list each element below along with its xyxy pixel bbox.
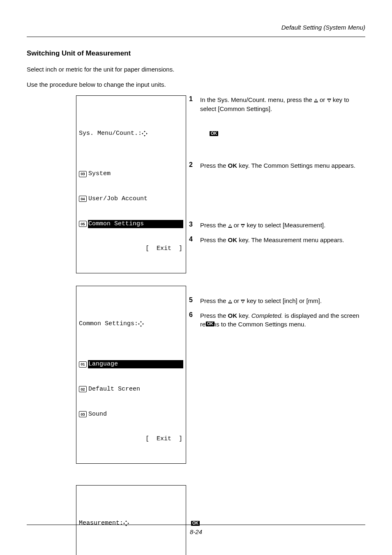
- intro-paragraph-2: Use the procedure below to change the in…: [27, 80, 365, 89]
- nav-arrows-icon: [142, 114, 208, 153]
- row-text: Common Settings: [88, 220, 144, 228]
- row-text: Default Screen: [88, 385, 140, 393]
- nav-arrows-icon: [123, 504, 190, 543]
- lcd-row-selected: 05 Common Settings: [79, 220, 183, 228]
- text-fragment: key. The Common Settings menu appears.: [237, 162, 355, 169]
- text-fragment: key to select [Measurement].: [245, 222, 325, 229]
- row-number-icon: 05: [79, 221, 87, 227]
- lcd-row: 04 User/Job Account: [79, 195, 183, 203]
- lcd-row-selected: 01 Language: [79, 360, 183, 368]
- text-fragment: or: [232, 222, 241, 229]
- step-number: 1: [187, 95, 193, 113]
- step-text: Press the or key to select [inch] or [mm…: [200, 296, 322, 305]
- lcd-screen-common-settings: Common Settings: OK 01 Language: [76, 286, 186, 464]
- step-4: 4 Press the OK key. The Measurement menu…: [187, 236, 365, 245]
- step-number: 4: [187, 236, 193, 245]
- header-rule: [27, 37, 365, 37]
- ok-icon: OK: [210, 131, 218, 136]
- row-number-icon: 02: [79, 386, 87, 392]
- text-fragment: key. The Measurement menu appears.: [237, 236, 344, 243]
- svg-marker-6: [138, 323, 139, 325]
- lcd-screen-sys-menu: Sys. Menu/Count.: OK 03 System: [76, 95, 186, 273]
- svg-marker-0: [144, 131, 145, 132]
- row-number-icon: 03: [79, 411, 87, 417]
- text-fragment: key to select [inch] or [mm].: [245, 297, 322, 304]
- svg-marker-1: [144, 135, 145, 136]
- svg-marker-10: [123, 523, 125, 524]
- row-number-icon: 03: [79, 171, 87, 177]
- step-number: 2: [187, 161, 193, 170]
- page-footer: 8-24: [0, 525, 392, 535]
- step-1: 1 In the Sys. Menu/Count. menu, press th…: [187, 95, 365, 113]
- ok-label: OK: [228, 162, 238, 169]
- lcd-row: 02 Default Screen: [79, 385, 183, 393]
- up-arrow-icon: [228, 300, 232, 303]
- step-3: 3 Press the or key to select [Measuremen…: [187, 221, 365, 230]
- svg-marker-2: [142, 133, 143, 134]
- nav-arrows-icon: [138, 305, 205, 344]
- lcd-softkey: [ Exit ]: [79, 435, 183, 443]
- step-text: Press the or key to select [Measurement]…: [200, 221, 325, 230]
- row-number-icon: 01: [79, 361, 87, 368]
- text-fragment: In the Sys. Menu/Count. menu, press the: [200, 96, 314, 103]
- text-fragment: Press the: [200, 162, 228, 169]
- step-2: 2 Press the OK key. The Common Settings …: [187, 161, 365, 170]
- lcd-title: Sys. Menu/Count.:: [79, 130, 142, 138]
- svg-marker-8: [125, 520, 127, 522]
- lcd-row: 03 System: [79, 170, 183, 178]
- running-header: Default Setting (System Menu): [281, 24, 365, 31]
- svg-marker-4: [140, 321, 142, 322]
- svg-marker-11: [128, 523, 129, 524]
- text-fragment: or: [232, 297, 241, 304]
- ok-label: OK: [228, 236, 238, 243]
- svg-marker-3: [146, 133, 148, 134]
- lcd-row: 03 Sound: [79, 410, 183, 419]
- down-arrow-icon: [327, 99, 331, 102]
- page-number: 8-24: [190, 528, 202, 535]
- lcd-screen-measurement: Measurement: OK 01 *inch: [76, 485, 186, 555]
- section-heading: Switching Unit of Measurement: [27, 49, 365, 58]
- step-number: 5: [187, 296, 193, 305]
- lcd-softkey: [ Exit ]: [79, 245, 183, 253]
- row-number-icon: 04: [79, 196, 87, 202]
- step-text: In the Sys. Menu/Count. menu, press the …: [200, 95, 365, 113]
- text-fragment: key.: [237, 312, 251, 319]
- footer-rule: [27, 525, 365, 525]
- row-text: Language: [88, 360, 118, 368]
- up-arrow-icon: [314, 99, 318, 102]
- text-fragment: Press the: [200, 297, 228, 304]
- step-5: 5 Press the or key to select [inch] or […: [187, 296, 365, 305]
- row-text: Sound: [88, 410, 107, 419]
- step-number: 3: [187, 221, 193, 230]
- lcd-title: Common Settings:: [79, 320, 138, 328]
- completed-label: Completed.: [251, 312, 283, 319]
- text-fragment: Press the: [200, 222, 228, 229]
- row-text: User/Job Account: [88, 195, 148, 203]
- step-text: Press the OK key. The Measurement menu a…: [200, 236, 344, 245]
- row-text: System: [88, 170, 111, 178]
- intro-paragraph-1: Select inch or metric for the unit for p…: [27, 65, 365, 74]
- ok-icon: OK: [206, 321, 214, 326]
- down-arrow-icon: [241, 300, 245, 303]
- up-arrow-icon: [228, 224, 232, 228]
- svg-marker-5: [140, 326, 142, 327]
- text-fragment: Press the: [200, 236, 228, 243]
- step-text: Press the OK key. Completed. is displaye…: [200, 311, 365, 329]
- step-text: Press the OK key. The Common Settings me…: [200, 161, 355, 170]
- ok-label: OK: [228, 312, 238, 319]
- down-arrow-icon: [241, 224, 245, 228]
- svg-marker-7: [143, 323, 144, 325]
- text-fragment: or: [318, 96, 327, 103]
